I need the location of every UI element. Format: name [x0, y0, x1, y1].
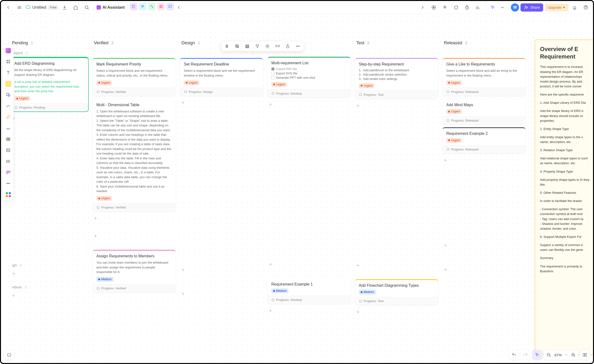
- canvas-area[interactable]: + Pending1 Urgent9 Add ERD Diagramming d…: [1, 14, 593, 363]
- unlock-icon[interactable]: [284, 43, 291, 50]
- help-button[interactable]: [581, 3, 591, 12]
- drag-handle-icon[interactable]: [224, 43, 230, 50]
- notifications-button[interactable]: [570, 3, 580, 12]
- card-erd[interactable]: Add ERD Diagramming dd the shape library…: [11, 57, 88, 112]
- tag-button[interactable]: [71, 3, 81, 12]
- layout-icon[interactable]: [244, 43, 251, 50]
- sticky-note-tool[interactable]: [5, 80, 12, 87]
- column-title[interactable]: Released: [444, 40, 462, 46]
- add-card-button[interactable]: +: [268, 307, 351, 315]
- table-tool-icon[interactable]: [5, 136, 12, 143]
- card-assign-members[interactable]: Assign Requirements to Members You can i…: [93, 250, 176, 292]
- layers-button[interactable]: [4, 350, 14, 360]
- card-deadline[interactable]: Set Requirement Deadline Select a requir…: [180, 58, 263, 96]
- sparkle-button[interactable]: [440, 3, 450, 12]
- user-avatar[interactable]: W: [511, 3, 519, 12]
- column-title[interactable]: Test: [356, 40, 364, 46]
- menu-button[interactable]: [14, 3, 24, 12]
- card-flowchart[interactable]: Add Flowchart Diagramming Types Medium P…: [355, 279, 438, 305]
- share-button[interactable]: Share: [520, 3, 543, 12]
- list-tool-icon[interactable]: [5, 158, 12, 165]
- document-title[interactable]: Untitled: [32, 5, 46, 10]
- text-tool-icon[interactable]: [5, 69, 12, 76]
- add-card-button[interactable]: +: [93, 214, 176, 222]
- column-title[interactable]: Design: [182, 40, 195, 46]
- add-card-button[interactable]: +: [268, 100, 351, 109]
- timer-button[interactable]: [462, 3, 472, 12]
- zoom-out-button[interactable]: [545, 351, 552, 358]
- export-button[interactable]: [60, 3, 69, 12]
- apps-icon[interactable]: [5, 191, 12, 198]
- pen-tool-icon[interactable]: [5, 103, 12, 109]
- card-example-1[interactable]: Requirement Example 1 Medium Progress: D…: [268, 278, 351, 304]
- card-step-by-step[interactable]: Step-by-step Requirement 1. Add paintbru…: [355, 58, 438, 99]
- card-mark-priority[interactable]: Mark Requirement Priority Select a requi…: [93, 58, 176, 96]
- card-like[interactable]: Give a Like to Requirements Select a req…: [442, 58, 526, 96]
- link-icon[interactable]: [274, 43, 281, 50]
- more-tools-icon[interactable]: [5, 180, 12, 187]
- checklist-item[interactable]: Generate PPT with one click: [271, 76, 347, 79]
- add-card-button[interactable]: +: [180, 290, 263, 298]
- back-button[interactable]: [3, 3, 13, 12]
- highlighter-tool-icon[interactable]: [5, 125, 12, 132]
- swimlane-high-label[interactable]: igh0: [11, 262, 88, 270]
- zoom-dropdown[interactable]: [564, 351, 568, 358]
- pointer-mode-button[interactable]: [532, 350, 542, 360]
- mode-image-icon[interactable]: [130, 3, 137, 10]
- mode-chat-icon[interactable]: [166, 3, 174, 10]
- ai-assistant-button[interactable]: AI Assistant: [97, 5, 125, 10]
- play-button[interactable]: [429, 3, 439, 12]
- card-link-text[interactable]: o set a jump link of detailed requiremen…: [14, 79, 84, 94]
- mode-prev-button[interactable]: [176, 3, 182, 12]
- add-card-button[interactable]: +: [355, 261, 438, 270]
- filter-icon[interactable]: [254, 43, 261, 50]
- swimlane-urgent-label[interactable]: Urgent9: [11, 50, 88, 57]
- cursor-dropdown[interactable]: [499, 3, 506, 12]
- card-multireq[interactable]: Multi-requirement List Export PDF file E…: [268, 57, 351, 98]
- add-card-button[interactable]: +: [268, 260, 351, 268]
- add-card-button[interactable]: +: [442, 265, 526, 274]
- card-mindmap[interactable]: Add Mind Maps Urgent Progress: Released: [442, 99, 526, 125]
- add-card-button[interactable]: +: [11, 270, 88, 278]
- column-title[interactable]: Pending: [12, 40, 28, 46]
- zoom-in-button[interactable]: [570, 351, 577, 358]
- add-card-button[interactable]: +: [355, 308, 438, 316]
- add-card-button[interactable]: +: [442, 156, 526, 165]
- column-title[interactable]: Verified: [94, 40, 108, 46]
- text-block-tool-icon[interactable]: [5, 147, 12, 154]
- mode-flow-icon[interactable]: [148, 3, 156, 10]
- nav-next-button[interactable]: [418, 3, 427, 12]
- undo-button[interactable]: [509, 350, 519, 360]
- frame-tool-icon[interactable]: [5, 58, 12, 65]
- redo-button[interactable]: [521, 350, 530, 360]
- add-card-button[interactable]: +: [11, 291, 88, 300]
- brush-tool-icon[interactable]: [5, 114, 12, 120]
- transparency-icon[interactable]: [234, 43, 241, 50]
- add-card-button[interactable]: +: [180, 99, 263, 107]
- checklist-item[interactable]: Export SVG file: [271, 72, 347, 75]
- zoom-level[interactable]: 67%: [554, 353, 563, 357]
- cursor-tool-button[interactable]: [488, 3, 498, 12]
- checklist-item[interactable]: Export PDF file: [271, 67, 347, 71]
- mode-p-icon[interactable]: P: [139, 3, 147, 10]
- add-card-button[interactable]: +: [93, 232, 176, 240]
- settings-icon[interactable]: [264, 43, 271, 50]
- card-example-2[interactable]: Requirement Example 2 Urgent Progress: R…: [442, 127, 526, 153]
- comment-button[interactable]: [451, 3, 461, 12]
- detail-panel[interactable]: Overview of E Requirement This requireme…: [535, 40, 594, 355]
- swimlane-medium-label[interactable]: edium3: [11, 284, 88, 291]
- chart-button[interactable]: [473, 3, 483, 12]
- kanban-tool-icon[interactable]: [5, 169, 12, 176]
- mode-grid-icon[interactable]: [157, 3, 165, 10]
- search-button[interactable]: [82, 3, 92, 12]
- shape-tool-icon[interactable]: [5, 92, 12, 98]
- add-card-button[interactable]: +: [355, 102, 438, 110]
- more-icon[interactable]: [295, 43, 301, 50]
- add-card-button[interactable]: +: [180, 266, 263, 274]
- card-multidim-table[interactable]: Multi - Dimensional Table 1. Open the wh…: [93, 99, 176, 212]
- templates-icon[interactable]: [5, 47, 12, 54]
- upgrade-button[interactable]: Upgrade ✦: [545, 4, 568, 11]
- add-card-button[interactable]: +: [11, 114, 88, 123]
- minimap-button[interactable]: [580, 350, 590, 360]
- add-card-button[interactable]: +: [442, 241, 526, 250]
